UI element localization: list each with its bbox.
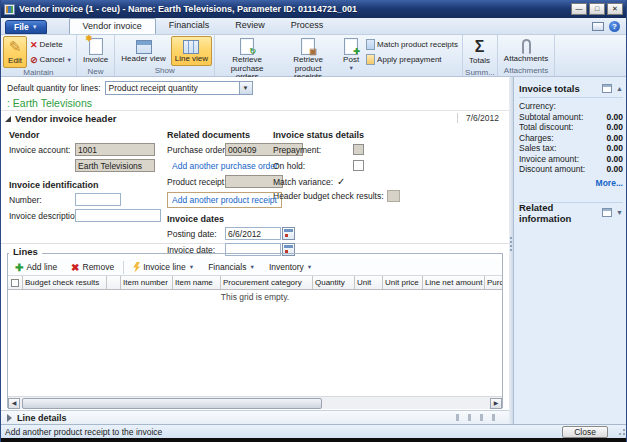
cancel-button[interactable]: ⊘ Cancel ▼: [28, 53, 74, 66]
default-quantity-select[interactable]: Product receipt quantity ▼: [105, 81, 253, 95]
column-header-purchase-order[interactable]: Purchase order: [485, 276, 502, 289]
tab-process[interactable]: Process: [278, 18, 337, 34]
column-header-unit-price[interactable]: Unit price: [383, 276, 423, 289]
column-header-budget-check-results[interactable]: Budget check results: [23, 276, 107, 289]
factbox-window-icon[interactable]: [602, 208, 612, 217]
on-hold-checkbox[interactable]: [353, 160, 364, 171]
maximize-icon[interactable]: □: [589, 3, 605, 15]
more-link[interactable]: More...: [519, 178, 623, 188]
line-details-pager-icons: [456, 414, 495, 421]
header-view-button[interactable]: Header view: [117, 36, 169, 66]
totals-row: Discount amount:0.00: [519, 164, 623, 175]
vendor-subheading: Vendor: [9, 130, 161, 140]
chevron-down-icon: ▼: [307, 264, 312, 270]
invoice-line-menu-button[interactable]: Invoice line ▼: [126, 260, 201, 275]
invoice-description-label: Invoice description:: [9, 211, 75, 221]
column-header-line-net-amount[interactable]: Line net amount: [423, 276, 485, 289]
line-details-bar[interactable]: Line details: [1, 410, 509, 424]
totals-row: Sales tax:0.00: [519, 143, 623, 154]
line-view-button[interactable]: Line view: [171, 36, 212, 66]
file-menu-button[interactable]: File ▼: [5, 20, 47, 34]
status-bar: Add another product receipt to the invoi…: [1, 424, 626, 438]
ribbon-group-show: Header view Line view Show: [115, 35, 215, 76]
prepayment-label: Prepayment:: [273, 145, 353, 155]
attachments-button[interactable]: Attachments: [500, 36, 552, 66]
column-header-unit[interactable]: Unit: [355, 276, 383, 289]
line-view-label: Line view: [175, 55, 208, 64]
related-information-header[interactable]: Related information ▼: [519, 206, 623, 220]
horizontal-scrollbar[interactable]: ◀ ▶: [8, 396, 502, 409]
post-button[interactable]: ✚ Post ▼: [339, 36, 363, 73]
totals-row-value: 0.00: [606, 164, 623, 174]
vendor-invoice-window: Vendor invoice (1 - ceu) - Name: Earth T…: [0, 0, 627, 442]
apply-prepayment-button[interactable]: Apply prepayment: [364, 53, 460, 66]
plus-icon: ✚: [353, 48, 360, 56]
line-details-title: Line details: [17, 413, 67, 423]
scroll-left-icon[interactable]: ◀: [8, 398, 20, 409]
posting-date-field[interactable]: 6/6/2012: [225, 227, 281, 240]
scroll-right-icon[interactable]: ▶: [490, 398, 502, 409]
column-header-quantity[interactable]: Quantity: [313, 276, 355, 289]
add-purchase-order-link[interactable]: Add another purchase order: [172, 161, 278, 171]
add-product-receipt-button[interactable]: Add another product receipt: [167, 192, 282, 208]
calendar-icon[interactable]: [282, 227, 295, 240]
column-header-blank[interactable]: [107, 276, 121, 289]
cancel-label: Cancel: [40, 55, 65, 64]
factbox-window-icon[interactable]: [602, 84, 612, 93]
tab-vendor-invoice[interactable]: Vendor invoice: [69, 18, 156, 34]
add-line-button[interactable]: ✚ Add line: [8, 260, 64, 275]
financials-menu-button[interactable]: Financials ▼: [201, 260, 262, 275]
default-quantity-label: Default quantity for lines:: [7, 83, 101, 93]
totals-row-label: Charges:: [519, 133, 606, 143]
cancel-icon: ⊘: [30, 55, 38, 65]
totals-label: Totals: [469, 57, 490, 66]
select-all-cell[interactable]: [8, 276, 23, 289]
tab-review[interactable]: Review: [222, 18, 278, 34]
column-header-item-number[interactable]: Item number: [121, 276, 173, 289]
delete-button[interactable]: ✕ Delete: [28, 38, 74, 51]
invoice-button[interactable]: ✱ Invoice: [79, 36, 112, 67]
window-layout-icon[interactable]: [592, 22, 604, 31]
column-header-item-name[interactable]: Item name: [173, 276, 221, 289]
tab-financials[interactable]: Financials: [156, 18, 223, 34]
add-product-receipt-link[interactable]: Add another product receipt: [172, 195, 277, 205]
invoice-account-field[interactable]: 1001: [75, 143, 155, 156]
plus-icon: ✚: [15, 262, 23, 273]
collapse-triangle-icon[interactable]: [5, 116, 11, 122]
lines-title: Lines: [9, 246, 42, 257]
edit-button[interactable]: ✎ Edit: [3, 36, 27, 68]
resize-grip-icon[interactable]: [616, 428, 625, 437]
vendor-name-field: Earth Televisions: [75, 159, 155, 172]
invoice-status-subheading: Invoice status details: [273, 130, 463, 140]
invoice-totals-header[interactable]: Invoice totals ▲: [519, 81, 623, 95]
budget-check-label: Header budget check results:: [273, 191, 384, 201]
group-label-new: New: [79, 67, 112, 77]
record-title: : Earth Televisions: [1, 96, 509, 111]
totals-row: Total discount:0.00: [519, 122, 623, 133]
number-field[interactable]: [75, 193, 121, 206]
chevron-up-icon[interactable]: ▲: [616, 85, 623, 92]
chevron-down-icon: ▼: [32, 24, 38, 30]
menu-tab-row: File ▼ Vendor invoiceFinancialsReviewPro…: [1, 18, 626, 35]
invoice-description-field[interactable]: [75, 209, 161, 222]
minimize-icon[interactable]: —: [571, 3, 587, 15]
purchase-order-label: Purchase order:: [167, 145, 225, 155]
totals-row-label: Total discount:: [519, 122, 606, 132]
select-all-checkbox[interactable]: [11, 279, 19, 287]
window-bottom-edge: [1, 438, 626, 442]
match-product-receipts-button[interactable]: Match product receipts: [364, 38, 460, 51]
chevron-down-icon[interactable]: ▼: [239, 82, 252, 94]
column-header-procurement-category[interactable]: Procurement category: [221, 276, 313, 289]
totals-button[interactable]: Σ Totals: [465, 36, 494, 68]
chevron-down-icon[interactable]: ▼: [616, 209, 623, 216]
inventory-label: Inventory: [269, 262, 304, 272]
header-date: 7/6/2012: [457, 113, 499, 123]
remove-line-button[interactable]: ✖ Remove: [64, 260, 121, 275]
expand-triangle-icon[interactable]: [7, 414, 12, 422]
close-button[interactable]: Close: [562, 426, 608, 438]
close-icon[interactable]: ✕: [607, 3, 623, 15]
totals-row-value: 0.00: [606, 133, 623, 143]
scrollbar-thumb[interactable]: [22, 398, 322, 409]
help-icon[interactable]: ?: [609, 21, 620, 32]
inventory-menu-button[interactable]: Inventory ▼: [262, 260, 319, 275]
